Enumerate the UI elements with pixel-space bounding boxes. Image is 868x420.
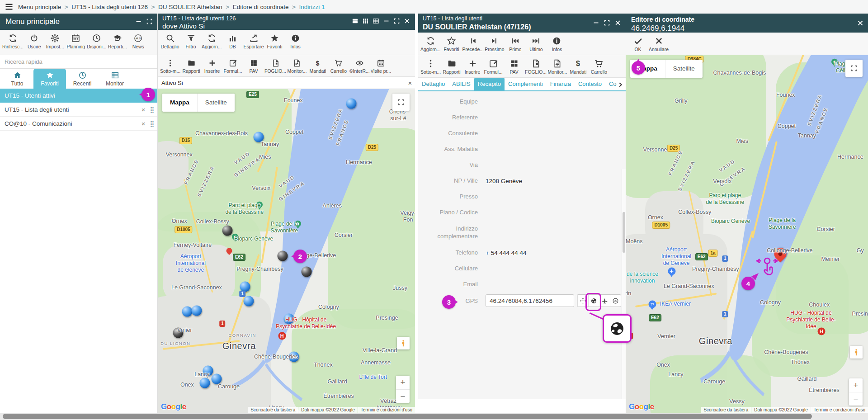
tab-abilis[interactable]: ABILIS — [448, 78, 474, 90]
list-window-control-rows[interactable] — [352, 18, 359, 24]
marker-x[interactable] — [772, 245, 789, 263]
list-window-control-minus[interactable] — [383, 18, 390, 24]
menu-toolbar-button-disponi[interactable]: Disponi... — [86, 33, 107, 50]
gps-input[interactable] — [486, 294, 574, 307]
favorites-item-co-10-comunicazioni[interactable]: CO@10 - Comunicazioni×⣿ — [0, 117, 157, 131]
marker-x[interactable] — [346, 99, 356, 109]
scrollbar-thumb[interactable] — [3, 414, 812, 419]
list-toolbar-button-aggiorn[interactable]: Aggiorn... — [201, 33, 222, 50]
tab-contesto[interactable]: Contesto — [575, 78, 605, 90]
clear-filter-icon[interactable]: × — [405, 79, 415, 87]
menu-toolbar-button-impost[interactable]: Impost... — [45, 33, 66, 50]
attribution-dati-mappa-2022-google[interactable]: Dati mappa ©2022 Google — [751, 407, 811, 413]
marker-x[interactable] — [256, 202, 263, 208]
list-toolbar2-button-sotto-m[interactable]: Sotto-m... — [160, 58, 181, 75]
list-toolbar2-button-rapporti[interactable]: Rapporti — [181, 58, 202, 75]
list-window-control-listgrid[interactable] — [373, 18, 379, 24]
gps-button-nocircle[interactable] — [610, 295, 621, 307]
marker-x[interactable] — [289, 352, 299, 362]
tab-finanza[interactable]: Finanza — [547, 78, 575, 90]
marker-x[interactable] — [191, 305, 202, 316]
tab-dettaglio[interactable]: Dettaglio — [418, 78, 448, 90]
zoom-in-button[interactable]: + — [849, 378, 863, 392]
marker-x[interactable] — [211, 373, 222, 384]
gps-button-move[interactable] — [577, 295, 588, 307]
menu-tab-favoriti[interactable]: Favoriti — [33, 69, 66, 89]
fullscreen-button[interactable] — [845, 60, 863, 77]
coord-toolbar-button-annullare[interactable]: Annullare — [648, 35, 669, 53]
remove-icon[interactable]: × — [142, 106, 146, 113]
marker-x[interactable] — [200, 378, 210, 388]
attribution-scorciatoie-da-tastiera[interactable]: Scorciatoie da tastiera — [248, 407, 298, 413]
detail-toolbar2-button-sotto-m[interactable]: Sotto-m... — [420, 58, 441, 76]
detail-toolbar2-button-mandati[interactable]: Mandati — [568, 58, 589, 76]
marker-x[interactable] — [284, 313, 294, 324]
marker-x[interactable] — [173, 328, 183, 338]
list-window-control-grid9[interactable] — [362, 18, 369, 24]
gps-button-plane[interactable] — [599, 295, 610, 307]
attribution-termini-e-condizioni-d-uso[interactable]: Termini e condizioni d'uso — [358, 407, 415, 413]
menu-toolbar-button-news[interactable]: News — [128, 33, 149, 50]
tabs-overflow-chevron-icon[interactable] — [618, 79, 625, 90]
favorites-item-ut15-utenti-attivi[interactable]: UT15 - Utenti attivi — [0, 89, 157, 103]
menu-tab-recenti[interactable]: Recenti — [66, 69, 99, 89]
list-toolbar2-button-formul[interactable]: Formul... — [222, 58, 243, 75]
detail-toolbar-button-precede[interactable]: Precede... — [462, 35, 484, 53]
tab-complementi[interactable]: Complementi — [505, 78, 547, 90]
coord-window-control-close[interactable] — [857, 19, 863, 26]
detail-toolbar2-button-monitor[interactable]: Monitor... — [547, 58, 568, 76]
zoom-in-button[interactable]: + — [396, 376, 410, 389]
detail-toolbar2-button-pav[interactable]: PAV — [504, 58, 524, 76]
detail-toolbar2-button-rapporti[interactable]: Rapporti — [441, 58, 462, 76]
detail-toolbar2-button-formul[interactable]: Formul... — [483, 58, 504, 76]
form-scrollbar[interactable] — [622, 169, 626, 399]
menu-toolbar-button-uscire[interactable]: Uscire — [24, 33, 45, 50]
menu-toolbar-button-rinfresc[interactable]: Rinfresc... — [2, 33, 24, 50]
marker-x[interactable] — [277, 250, 288, 261]
map-type-button-mappa[interactable]: Mappa — [630, 60, 665, 78]
marker-x[interactable] — [222, 225, 232, 236]
coordinate-map[interactable]: D984CPlage de CélignyChavannes-de-BogisF… — [626, 55, 868, 413]
menu-toolbar-button-reporti[interactable]: Reporti... — [107, 33, 128, 50]
map-type-button-satellite[interactable]: Satellite — [197, 94, 235, 112]
detail-toolbar2-button-inserire[interactable]: Inserire — [462, 58, 483, 76]
horizontal-scrollbar[interactable] — [0, 413, 868, 420]
menu-toolbar-button-planning[interactable]: Planning — [66, 33, 86, 50]
detail-toolbar2-button-foglio[interactable]: FOGLIO... — [524, 58, 547, 76]
breadcrumb-item-indirizzi-1[interactable]: Indirizzi 1 — [299, 4, 325, 10]
menu-window-control-maxi[interactable] — [146, 18, 153, 25]
zoom-out-button[interactable]: − — [849, 392, 863, 406]
quick-search-input[interactable] — [0, 58, 157, 65]
detail-window-control-close[interactable] — [614, 19, 621, 26]
breadcrumb-item-editore-di-coordinate[interactable]: Editore di coordinate — [233, 4, 299, 10]
list-toolbar2-button-foglio[interactable]: FOGLIO... — [264, 58, 287, 75]
breadcrumb-item-ut15-lista-degli-utenti-126[interactable]: UT15 - Lista degli utenti 126 — [71, 4, 158, 10]
drag-handle-icon[interactable]: ⣿ — [150, 120, 154, 127]
detail-toolbar2-button-carrello[interactable]: Carrello — [589, 58, 609, 76]
list-toolbar-button-infos[interactable]: Infos — [285, 33, 306, 50]
list-toolbar-button-db[interactable]: DB — [222, 33, 243, 50]
detail-window-control-maxi[interactable] — [604, 19, 610, 26]
marker-plane[interactable] — [668, 267, 675, 275]
list-toolbar2-button-monitor[interactable]: Monitor... — [287, 58, 307, 75]
list-window-control-close[interactable] — [404, 18, 410, 24]
hamburger-menu-icon[interactable] — [5, 2, 14, 11]
map-type-button-mappa[interactable]: Mappa — [162, 94, 197, 112]
menu-tab-monitor[interactable]: Monitor — [99, 69, 131, 89]
detail-toolbar-button-aggiorn[interactable]: Aggiorn... — [420, 35, 441, 53]
breadcrumb-item-du-soulier-athelstan[interactable]: DU SOULIER Athelstan — [158, 4, 233, 10]
detail-toolbar-button-ultimo[interactable]: Ultimo — [526, 35, 547, 53]
fullscreen-button[interactable] — [392, 94, 410, 111]
list-toolbar-button-filtro[interactable]: Filtro — [180, 33, 201, 50]
marker-x[interactable] — [240, 281, 250, 292]
gps-button-earth[interactable] — [588, 295, 599, 307]
marker-x[interactable] — [243, 296, 254, 306]
marker-x[interactable] — [203, 365, 213, 376]
favorites-item-ut15-lista-degli-utenti[interactable]: UT15 - Lista degli utenti×⣿ — [0, 103, 157, 117]
menu-window-control-minus[interactable] — [135, 18, 142, 25]
pegman-control[interactable] — [397, 337, 410, 349]
marker-x[interactable] — [225, 247, 233, 255]
pegman-control[interactable] — [850, 346, 863, 359]
list-window-control-maxi[interactable] — [393, 18, 400, 24]
list-toolbar2-button-inserire[interactable]: Inserire — [202, 58, 222, 75]
